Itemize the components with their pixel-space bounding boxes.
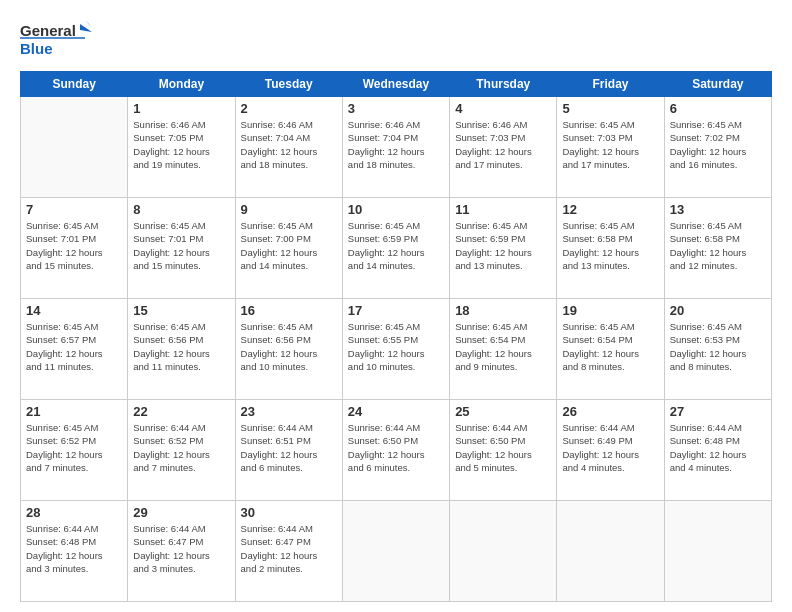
day-number: 11: [455, 202, 551, 217]
day-info: Sunrise: 6:44 AMSunset: 6:50 PMDaylight:…: [348, 421, 444, 474]
day-number: 2: [241, 101, 337, 116]
day-info: Sunrise: 6:44 AMSunset: 6:51 PMDaylight:…: [241, 421, 337, 474]
day-cell-12: 12Sunrise: 6:45 AMSunset: 6:58 PMDayligh…: [557, 198, 664, 299]
day-info: Sunrise: 6:45 AMSunset: 6:56 PMDaylight:…: [133, 320, 229, 373]
day-number: 25: [455, 404, 551, 419]
col-header-sunday: Sunday: [21, 72, 128, 97]
day-info: Sunrise: 6:46 AMSunset: 7:03 PMDaylight:…: [455, 118, 551, 171]
day-cell-14: 14Sunrise: 6:45 AMSunset: 6:57 PMDayligh…: [21, 299, 128, 400]
day-info: Sunrise: 6:45 AMSunset: 6:53 PMDaylight:…: [670, 320, 766, 373]
col-header-tuesday: Tuesday: [235, 72, 342, 97]
day-number: 1: [133, 101, 229, 116]
day-number: 6: [670, 101, 766, 116]
day-info: Sunrise: 6:45 AMSunset: 7:01 PMDaylight:…: [26, 219, 122, 272]
empty-cell: [557, 501, 664, 602]
day-info: Sunrise: 6:46 AMSunset: 7:05 PMDaylight:…: [133, 118, 229, 171]
day-cell-16: 16Sunrise: 6:45 AMSunset: 6:56 PMDayligh…: [235, 299, 342, 400]
day-cell-20: 20Sunrise: 6:45 AMSunset: 6:53 PMDayligh…: [664, 299, 771, 400]
svg-marker-4: [85, 20, 92, 28]
day-number: 8: [133, 202, 229, 217]
day-number: 7: [26, 202, 122, 217]
empty-cell: [664, 501, 771, 602]
day-cell-4: 4Sunrise: 6:46 AMSunset: 7:03 PMDaylight…: [450, 97, 557, 198]
day-number: 10: [348, 202, 444, 217]
col-header-friday: Friday: [557, 72, 664, 97]
day-cell-27: 27Sunrise: 6:44 AMSunset: 6:48 PMDayligh…: [664, 400, 771, 501]
day-info: Sunrise: 6:45 AMSunset: 6:58 PMDaylight:…: [670, 219, 766, 272]
day-cell-17: 17Sunrise: 6:45 AMSunset: 6:55 PMDayligh…: [342, 299, 449, 400]
day-info: Sunrise: 6:45 AMSunset: 6:55 PMDaylight:…: [348, 320, 444, 373]
day-number: 14: [26, 303, 122, 318]
day-number: 22: [133, 404, 229, 419]
col-header-monday: Monday: [128, 72, 235, 97]
day-info: Sunrise: 6:44 AMSunset: 6:47 PMDaylight:…: [241, 522, 337, 575]
day-info: Sunrise: 6:45 AMSunset: 7:00 PMDaylight:…: [241, 219, 337, 272]
day-info: Sunrise: 6:45 AMSunset: 6:58 PMDaylight:…: [562, 219, 658, 272]
day-number: 9: [241, 202, 337, 217]
day-cell-21: 21Sunrise: 6:45 AMSunset: 6:52 PMDayligh…: [21, 400, 128, 501]
day-cell-11: 11Sunrise: 6:45 AMSunset: 6:59 PMDayligh…: [450, 198, 557, 299]
day-cell-9: 9Sunrise: 6:45 AMSunset: 7:00 PMDaylight…: [235, 198, 342, 299]
day-info: Sunrise: 6:45 AMSunset: 6:59 PMDaylight:…: [455, 219, 551, 272]
day-info: Sunrise: 6:46 AMSunset: 7:04 AMDaylight:…: [241, 118, 337, 171]
day-cell-1: 1Sunrise: 6:46 AMSunset: 7:05 PMDaylight…: [128, 97, 235, 198]
svg-text:Blue: Blue: [20, 40, 53, 57]
day-info: Sunrise: 6:44 AMSunset: 6:50 PMDaylight:…: [455, 421, 551, 474]
empty-cell: [342, 501, 449, 602]
day-info: Sunrise: 6:45 AMSunset: 6:56 PMDaylight:…: [241, 320, 337, 373]
logo: General Blue: [20, 18, 95, 63]
day-number: 5: [562, 101, 658, 116]
svg-text:General: General: [20, 22, 76, 39]
day-cell-15: 15Sunrise: 6:45 AMSunset: 6:56 PMDayligh…: [128, 299, 235, 400]
day-info: Sunrise: 6:44 AMSunset: 6:48 PMDaylight:…: [670, 421, 766, 474]
day-info: Sunrise: 6:45 AMSunset: 6:59 PMDaylight:…: [348, 219, 444, 272]
day-number: 17: [348, 303, 444, 318]
day-number: 27: [670, 404, 766, 419]
day-number: 15: [133, 303, 229, 318]
day-cell-22: 22Sunrise: 6:44 AMSunset: 6:52 PMDayligh…: [128, 400, 235, 501]
svg-marker-3: [80, 24, 92, 32]
day-cell-10: 10Sunrise: 6:45 AMSunset: 6:59 PMDayligh…: [342, 198, 449, 299]
day-info: Sunrise: 6:44 AMSunset: 6:49 PMDaylight:…: [562, 421, 658, 474]
day-info: Sunrise: 6:44 AMSunset: 6:48 PMDaylight:…: [26, 522, 122, 575]
day-number: 30: [241, 505, 337, 520]
day-number: 18: [455, 303, 551, 318]
day-cell-29: 29Sunrise: 6:44 AMSunset: 6:47 PMDayligh…: [128, 501, 235, 602]
day-number: 12: [562, 202, 658, 217]
day-cell-18: 18Sunrise: 6:45 AMSunset: 6:54 PMDayligh…: [450, 299, 557, 400]
day-number: 3: [348, 101, 444, 116]
col-header-wednesday: Wednesday: [342, 72, 449, 97]
day-info: Sunrise: 6:45 AMSunset: 6:54 PMDaylight:…: [562, 320, 658, 373]
logo-svg: General Blue: [20, 18, 95, 63]
day-cell-24: 24Sunrise: 6:44 AMSunset: 6:50 PMDayligh…: [342, 400, 449, 501]
day-number: 19: [562, 303, 658, 318]
day-cell-26: 26Sunrise: 6:44 AMSunset: 6:49 PMDayligh…: [557, 400, 664, 501]
day-number: 4: [455, 101, 551, 116]
day-cell-19: 19Sunrise: 6:45 AMSunset: 6:54 PMDayligh…: [557, 299, 664, 400]
empty-cell: [21, 97, 128, 198]
day-number: 26: [562, 404, 658, 419]
day-info: Sunrise: 6:44 AMSunset: 6:47 PMDaylight:…: [133, 522, 229, 575]
day-cell-2: 2Sunrise: 6:46 AMSunset: 7:04 AMDaylight…: [235, 97, 342, 198]
col-header-thursday: Thursday: [450, 72, 557, 97]
col-header-saturday: Saturday: [664, 72, 771, 97]
day-info: Sunrise: 6:45 AMSunset: 6:52 PMDaylight:…: [26, 421, 122, 474]
empty-cell: [450, 501, 557, 602]
day-info: Sunrise: 6:46 AMSunset: 7:04 PMDaylight:…: [348, 118, 444, 171]
day-number: 29: [133, 505, 229, 520]
day-cell-23: 23Sunrise: 6:44 AMSunset: 6:51 PMDayligh…: [235, 400, 342, 501]
day-cell-6: 6Sunrise: 6:45 AMSunset: 7:02 PMDaylight…: [664, 97, 771, 198]
day-cell-28: 28Sunrise: 6:44 AMSunset: 6:48 PMDayligh…: [21, 501, 128, 602]
day-info: Sunrise: 6:45 AMSunset: 7:03 PMDaylight:…: [562, 118, 658, 171]
day-cell-5: 5Sunrise: 6:45 AMSunset: 7:03 PMDaylight…: [557, 97, 664, 198]
day-number: 21: [26, 404, 122, 419]
day-cell-25: 25Sunrise: 6:44 AMSunset: 6:50 PMDayligh…: [450, 400, 557, 501]
day-number: 16: [241, 303, 337, 318]
day-number: 23: [241, 404, 337, 419]
day-number: 28: [26, 505, 122, 520]
day-number: 24: [348, 404, 444, 419]
day-info: Sunrise: 6:44 AMSunset: 6:52 PMDaylight:…: [133, 421, 229, 474]
day-cell-7: 7Sunrise: 6:45 AMSunset: 7:01 PMDaylight…: [21, 198, 128, 299]
day-info: Sunrise: 6:45 AMSunset: 7:02 PMDaylight:…: [670, 118, 766, 171]
calendar-table: SundayMondayTuesdayWednesdayThursdayFrid…: [20, 71, 772, 602]
